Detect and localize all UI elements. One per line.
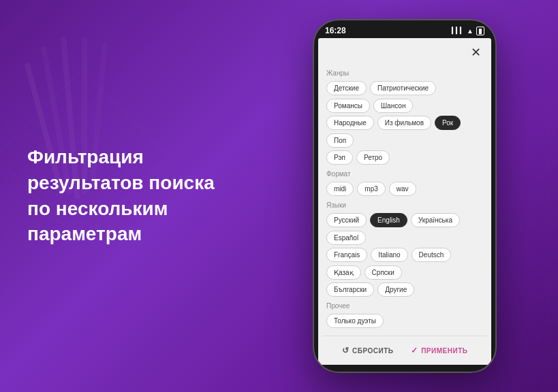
genres-row-2: Народные Из фильмов Рок Поп (326, 116, 483, 148)
apply-button[interactable]: ✓ ПРИМЕНИТЬ (411, 346, 468, 355)
status-icons: ▎▎▎ ▲ ▮ (452, 27, 484, 35)
tag-wav[interactable]: wav (389, 182, 416, 196)
genres-section-label: Жанры (326, 69, 483, 77)
tag-только-дуэты[interactable]: Только дуэты (326, 314, 384, 328)
hero-line4: параметрам (27, 224, 142, 245)
languages-row-1: Русский English Українська Español (326, 213, 483, 245)
tag-italiano[interactable]: Italiano (371, 248, 407, 262)
battery-icon: ▮ (476, 27, 484, 35)
format-section-label: Формат (326, 170, 483, 178)
phone-screen: ✕ Жанры Детские Патриотические Романсы Ш… (318, 38, 491, 365)
tag-поп[interactable]: Поп (326, 133, 354, 148)
languages-section-label: Языки (326, 201, 483, 209)
tag-рок[interactable]: Рок (435, 116, 461, 130)
tag-español[interactable]: Español (326, 231, 366, 245)
phone-frame: 16:28 ▎▎▎ ▲ ▮ ✕ Жанры Детские Патриотиче… (313, 19, 497, 373)
tag-народные[interactable]: Народные (326, 116, 374, 130)
languages-row-2: Français Italiano Deutsch Қазақ Српски (326, 248, 483, 280)
filter-header: ✕ (318, 38, 491, 64)
phone-mockup: 16:28 ▎▎▎ ▲ ▮ ✕ Жанры Детские Патриотиче… (313, 19, 497, 373)
tag-шансон[interactable]: Шансон (373, 99, 413, 113)
hero-line1: Фильтрация (27, 146, 144, 167)
tag-қазақ[interactable]: Қазақ (326, 265, 361, 280)
other-section-label: Прочее (326, 302, 483, 310)
hero-line3: по нескольким (27, 198, 168, 219)
genres-row-3: Рэп Ретро (326, 150, 483, 165)
close-button[interactable]: ✕ (468, 45, 483, 60)
tag-english[interactable]: English (370, 213, 407, 227)
tag-српски[interactable]: Српски (365, 265, 402, 280)
tag-mp3[interactable]: mp3 (357, 182, 385, 196)
phone-notch (381, 20, 429, 27)
tag-рэп[interactable]: Рэп (326, 150, 353, 165)
tag-романсы[interactable]: Романсы (326, 99, 370, 113)
hero-text: Фильтрация результатов поиска по несколь… (27, 144, 215, 247)
tag-midi[interactable]: midi (326, 182, 354, 196)
languages-row-3: Български Другие (326, 282, 483, 297)
apply-icon: ✓ (411, 346, 418, 355)
tag-патриотические[interactable]: Патриотические (370, 81, 436, 95)
filter-footer: ↺ СБРОСИТЬ ✓ ПРИМЕНИТЬ (322, 336, 487, 365)
hero-line2: результатов поиска (27, 172, 215, 193)
reset-label: СБРОСИТЬ (352, 347, 393, 355)
tag-другие[interactable]: Другие (377, 282, 414, 297)
tag-русский[interactable]: Русский (326, 213, 367, 227)
reset-icon: ↺ (342, 346, 350, 355)
tag-deutsch[interactable]: Deutsch (412, 248, 452, 262)
genres-row-1: Детские Патриотические Романсы Шансон (326, 81, 483, 113)
tag-детские[interactable]: Детские (326, 81, 367, 95)
tag-français[interactable]: Français (326, 248, 367, 262)
apply-label: ПРИМЕНИТЬ (421, 347, 467, 355)
format-row: midi mp3 wav (326, 182, 483, 196)
filter-body: Жанры Детские Патриотические Романсы Шан… (318, 64, 491, 336)
tag-українська[interactable]: Українська (411, 213, 460, 227)
signal-icon: ▎▎▎ (452, 27, 464, 34)
tag-ретро[interactable]: Ретро (356, 150, 390, 165)
other-row: Только дуэты (326, 314, 483, 328)
wifi-icon: ▲ (467, 27, 474, 35)
status-time: 16:28 (325, 26, 346, 35)
reset-button[interactable]: ↺ СБРОСИТЬ (342, 346, 394, 355)
tag-из-фильмов[interactable]: Из фильмов (377, 116, 431, 130)
tag-български[interactable]: Български (326, 282, 374, 297)
